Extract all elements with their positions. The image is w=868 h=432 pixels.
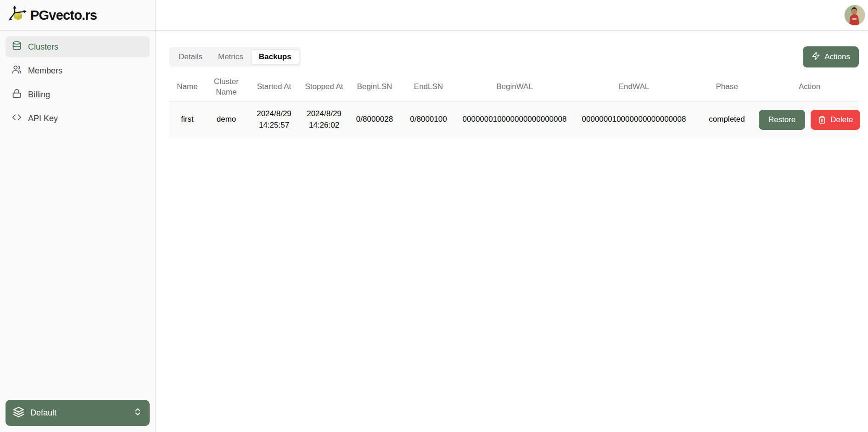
user-avatar[interactable] xyxy=(844,5,865,26)
backups-table: Name Cluster Name Started At Stopped At … xyxy=(169,73,859,138)
sidebar-item-label: Clusters xyxy=(28,42,58,52)
workspace-switcher[interactable]: Default xyxy=(6,400,150,426)
column-header-cluster-name: Cluster Name xyxy=(206,73,247,101)
actions-button[interactable]: Actions xyxy=(803,46,859,67)
sidebar-item-clusters[interactable]: Clusters xyxy=(6,36,150,57)
lock-icon xyxy=(12,89,22,101)
cell-begin-wal: 000000010000000000000008 xyxy=(455,101,574,138)
app-root: PGvecto.rs Clusters xyxy=(0,0,868,432)
sidebar-item-label: API Key xyxy=(28,114,58,123)
workspace-label: Default xyxy=(30,408,56,418)
table-row: first demo 2024/8/29 14:25:57 2024/8/29 … xyxy=(169,101,859,138)
sidebar-item-billing[interactable]: Billing xyxy=(6,84,150,105)
users-icon xyxy=(12,65,22,77)
logo-area: PGvecto.rs xyxy=(0,0,155,31)
actions-button-label: Actions xyxy=(824,52,850,62)
topbar xyxy=(156,0,868,31)
cell-begin-lsn: 0/8000028 xyxy=(347,101,402,138)
layers-icon xyxy=(13,406,24,420)
sidebar-item-members[interactable]: Members xyxy=(6,60,150,81)
column-header-action: Action xyxy=(760,73,859,101)
sidebar-item-api-key[interactable]: API Key xyxy=(6,108,150,129)
cell-phase: completed xyxy=(694,101,760,138)
main-area: Details Metrics Backups Actions xyxy=(156,0,868,432)
sidebar-nav: Clusters Members xyxy=(0,31,155,135)
column-header-end-wal: EndWAL xyxy=(574,73,694,101)
cell-started-at: 2024/8/29 14:25:57 xyxy=(247,101,301,138)
sidebar-item-label: Members xyxy=(28,66,62,76)
column-header-name: Name xyxy=(169,73,206,101)
tab-details[interactable]: Details xyxy=(171,49,210,65)
cell-action: Restore xyxy=(760,101,859,138)
column-header-end-lsn: EndLSN xyxy=(402,73,455,101)
chevrons-up-down-icon xyxy=(133,407,142,419)
column-header-stopped-at: Stopped At xyxy=(301,73,347,101)
brand-title: PGvecto.rs xyxy=(30,8,97,23)
tab-metrics[interactable]: Metrics xyxy=(210,49,251,65)
cell-name: first xyxy=(169,101,206,138)
column-header-started-at: Started At xyxy=(247,73,301,101)
brand-logo-icon xyxy=(8,5,28,26)
delete-button[interactable]: Delete xyxy=(811,110,860,130)
restore-button-label: Restore xyxy=(768,115,796,124)
sidebar: PGvecto.rs Clusters xyxy=(0,0,156,432)
trash-icon xyxy=(818,116,826,124)
tab-list: Details Metrics Backups xyxy=(169,47,301,67)
code-icon xyxy=(12,112,22,124)
delete-button-label: Delete xyxy=(830,115,853,124)
table-header-row: Name Cluster Name Started At Stopped At … xyxy=(169,73,859,101)
cell-end-lsn: 0/8000100 xyxy=(402,101,455,138)
restore-button[interactable]: Restore xyxy=(759,110,806,130)
column-header-phase: Phase xyxy=(694,73,760,101)
cell-end-wal: 000000010000000000000008 xyxy=(574,101,694,138)
column-header-begin-lsn: BeginLSN xyxy=(347,73,402,101)
lightning-icon xyxy=(812,51,820,62)
content: Details Metrics Backups Actions xyxy=(156,31,868,138)
cell-cluster-name: demo xyxy=(206,101,247,138)
database-icon xyxy=(12,41,22,53)
sidebar-item-label: Billing xyxy=(28,90,50,100)
column-header-begin-wal: BeginWAL xyxy=(455,73,574,101)
cell-stopped-at: 2024/8/29 14:26:02 xyxy=(301,101,347,138)
tab-backups[interactable]: Backups xyxy=(251,49,299,65)
content-header: Details Metrics Backups Actions xyxy=(169,46,859,67)
